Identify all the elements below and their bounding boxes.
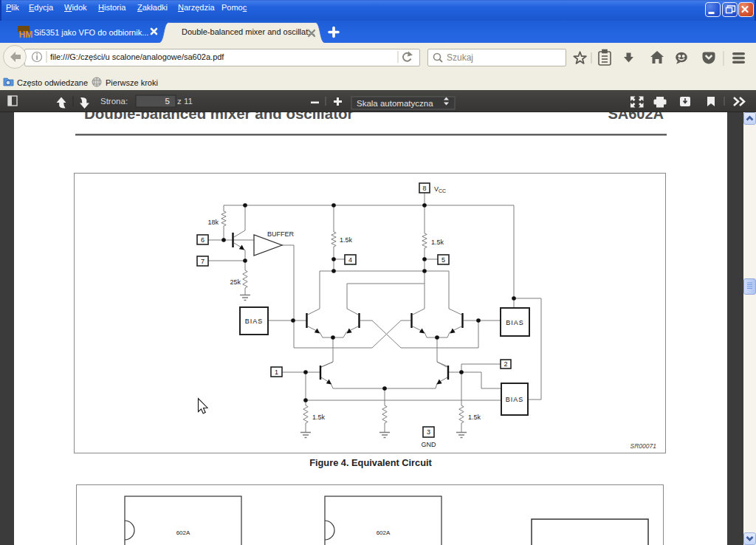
svg-text:GND: GND: [422, 441, 437, 448]
svg-text:5: 5: [165, 97, 170, 106]
svg-text:2: 2: [504, 360, 507, 368]
svg-text:25k: 25k: [230, 278, 241, 286]
svg-text:CC: CC: [439, 188, 446, 193]
svg-text:18k: 18k: [207, 219, 219, 226]
svg-text:SA602A: SA602A: [608, 112, 664, 122]
svg-text:3: 3: [427, 428, 430, 436]
svg-text:file:///G:/części/u scalone/an: file:///G:/części/u scalone/analogowe/sa…: [50, 52, 224, 61]
svg-text:Szukaj: Szukaj: [447, 52, 473, 63]
svg-text:BIAS: BIAS: [506, 319, 524, 326]
svg-text:SR00071: SR00071: [630, 442, 657, 450]
svg-text:BUFFER: BUFFER: [267, 230, 295, 238]
svg-text:6: 6: [201, 236, 205, 244]
svg-text:BIAS: BIAS: [245, 318, 264, 325]
svg-text:1.5k: 1.5k: [431, 239, 444, 246]
svg-text:Często odwiedzane: Często odwiedzane: [17, 78, 88, 87]
svg-text:602A: 602A: [176, 529, 190, 536]
svg-text:1.5k: 1.5k: [340, 236, 353, 244]
svg-text:Strona:: Strona:: [100, 97, 128, 106]
svg-text:1.5k: 1.5k: [468, 414, 481, 421]
svg-text:602A: 602A: [377, 529, 391, 536]
svg-text:Pierwsze kroki: Pierwsze kroki: [106, 78, 158, 87]
svg-text:1: 1: [275, 369, 278, 376]
svg-text:1.5k: 1.5k: [312, 414, 326, 421]
svg-text:Figure 4. Equivalent Circuit: Figure 4. Equivalent Circuit: [309, 457, 432, 468]
svg-text:Skala automatyczna: Skala automatyczna: [357, 99, 433, 108]
svg-text:Si5351 jako VFO do odbiornik..: Si5351 jako VFO do odbiornik...: [34, 28, 148, 37]
svg-text:7: 7: [201, 258, 205, 265]
svg-text:HM: HM: [19, 30, 33, 40]
svg-text:8: 8: [422, 185, 426, 192]
svg-text:BIAS: BIAS: [506, 396, 524, 403]
svg-text:z 11: z 11: [177, 97, 193, 106]
svg-text:Double-balanced mixer and osci: Double-balanced mixer and oscillator: [84, 112, 354, 122]
svg-text:4: 4: [348, 256, 352, 264]
svg-text:5: 5: [441, 256, 445, 264]
